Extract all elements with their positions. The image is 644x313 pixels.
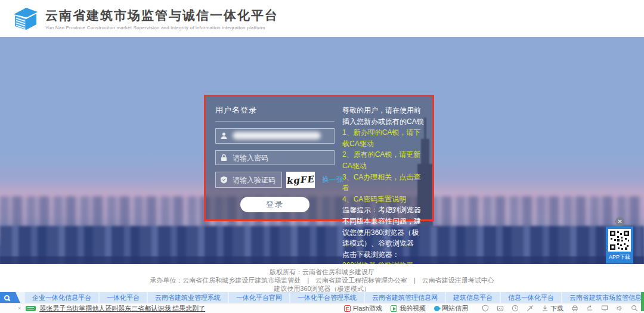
lock-icon bbox=[220, 154, 228, 162]
mute-speaker-icon[interactable] bbox=[616, 305, 623, 312]
page-subtitle: Yun Nan Province Construciton market Sup… bbox=[45, 25, 278, 30]
play-icon bbox=[391, 305, 397, 312]
page-title: 云南省建筑市场监管与诚信一体化平台 bbox=[45, 7, 278, 24]
browser-statusbar: × 嚣张男子当街掌掴他人还叫嚣东三省都认识我 结果悲剧了 F Flash游戏 我… bbox=[0, 303, 644, 313]
statusbar-tools: F Flash游戏 我的视频 网站信用 bbox=[336, 304, 644, 313]
site-header: 云南省建筑市场监管与诚信一体化平台 Yun Nan Province Const… bbox=[0, 0, 644, 37]
navbar-links: 企业一体化信息平台 一体化平台 云南省建筑业管理系统 一体化平台官网 一体化平台… bbox=[25, 292, 644, 303]
captcha-refresh-link[interactable]: 换一张 bbox=[322, 175, 343, 185]
history-clock-icon[interactable] bbox=[512, 305, 519, 312]
statusbar-icons: 下载 bbox=[474, 304, 638, 313]
navbar-link[interactable]: 信息一体化平台 bbox=[501, 292, 561, 303]
captcha-row: kgFE 换一张 bbox=[215, 172, 335, 188]
scrollbar-thumb[interactable] bbox=[641, 292, 644, 311]
screenshot-icon[interactable] bbox=[497, 305, 504, 312]
browser-suggestion-line: 建议使用360浏览器（极速模式） bbox=[0, 284, 644, 293]
qr-label: APP下载 bbox=[609, 253, 630, 261]
user-icon bbox=[220, 132, 228, 140]
navbar-link[interactable]: 一体化平台官网 bbox=[229, 292, 289, 303]
captcha-field[interactable] bbox=[215, 172, 282, 188]
ca-notice-link[interactable]: 4、CA密码重置说明 bbox=[342, 194, 424, 205]
ca-notice-link[interactable]: 1、新办理的CA锁，请下载CA驱动 bbox=[342, 127, 424, 149]
find-magnifier-icon[interactable] bbox=[631, 305, 638, 312]
password-input[interactable] bbox=[233, 154, 330, 162]
download-button[interactable]: 下载 bbox=[541, 304, 564, 313]
captcha-text: kgFE bbox=[286, 173, 315, 186]
login-button[interactable]: 登录 bbox=[240, 197, 309, 212]
page: 云南省建筑市场监管与诚信一体化平台 Yun Nan Province Const… bbox=[0, 0, 644, 313]
captcha-input[interactable] bbox=[233, 176, 277, 184]
app-download-widget[interactable]: APP下载 bbox=[606, 227, 633, 264]
navbar-link[interactable]: 云南省建筑管理信息网 bbox=[365, 292, 445, 303]
organizer-line: 承办单位：云南省住房和城乡建设厅建筑市场监管处 | 云南省建设工程招标管理办公室… bbox=[0, 276, 644, 284]
speed-rocket-icon[interactable] bbox=[527, 305, 534, 312]
city-skyline-base bbox=[0, 256, 644, 264]
ca-notice-link[interactable]: 2、原有的CA锁，请更新CA驱动 bbox=[342, 149, 424, 171]
navbar-link[interactable]: 云南省建筑业管理系统 bbox=[148, 292, 228, 303]
captcha-image[interactable]: kgFE bbox=[286, 172, 315, 188]
password-field[interactable] bbox=[215, 150, 335, 166]
share-icon[interactable] bbox=[586, 305, 593, 312]
ca-notice-link[interactable]: 3、CA办理相关，点击查看 bbox=[342, 172, 424, 194]
hero-banner: 用户名登录 bbox=[0, 37, 644, 264]
login-panel: 用户名登录 bbox=[204, 95, 434, 221]
news-badge-icon bbox=[26, 306, 36, 311]
navbar-link[interactable]: 企业一体化信息平台 bbox=[25, 292, 98, 303]
browser-download-label: 点击下载浏览器： bbox=[342, 249, 424, 261]
printer-icon[interactable] bbox=[571, 305, 578, 312]
flash-games-button[interactable]: F Flash游戏 bbox=[344, 304, 382, 313]
flash-icon: F bbox=[344, 305, 351, 312]
navbar-link[interactable]: 一体化平台 bbox=[100, 292, 147, 303]
qr-code-image bbox=[608, 229, 631, 252]
site-credit-button[interactable]: 网站信用 bbox=[434, 304, 468, 313]
navbar-link[interactable]: 一体化平台管理系统 bbox=[290, 292, 364, 303]
qr-close-button[interactable]: ✕ bbox=[615, 217, 624, 226]
my-videos-button[interactable]: 我的视频 bbox=[391, 304, 426, 313]
navbar-link[interactable]: 建筑信息平台 bbox=[446, 292, 500, 303]
browser-tip: 温馨提示：考虑到浏览器不同版本兼容性问题，建议您使用360浏览器（极速模式）、谷… bbox=[342, 204, 424, 249]
news-ticker-link[interactable]: 嚣张男子当街掌掴他人还叫嚣东三省都认识我 结果悲剧了 bbox=[39, 304, 205, 313]
login-title: 用户名登录 bbox=[215, 105, 335, 122]
ca-notice-intro: 尊敬的用户，请在使用前插入您新办或原有的CA锁 bbox=[342, 105, 424, 127]
search-tab[interactable] bbox=[0, 292, 20, 303]
navbar-link[interactable]: 云南省建筑市场监管信息网 bbox=[562, 292, 644, 303]
fullscreen-monitor-icon[interactable] bbox=[601, 305, 608, 312]
ca-notice-list: 1、新办理的CA锁，请下载CA驱动 2、原有的CA锁，请更新CA驱动 3、CA办… bbox=[342, 127, 424, 204]
login-form: 用户名登录 bbox=[215, 105, 335, 212]
ca-notice: 尊敬的用户，请在使用前插入您新办或原有的CA锁 1、新办理的CA锁，请下载CA驱… bbox=[342, 105, 424, 212]
site-footer: 版权所有：云南省住房和城乡建设厅 承办单位：云南省住房和城乡建设厅建筑市场监管处… bbox=[0, 264, 644, 292]
ticker-collapse-icon[interactable]: × bbox=[18, 305, 21, 311]
shield-icon bbox=[220, 176, 228, 184]
site-logo-icon bbox=[12, 5, 39, 32]
title-block: 云南省建筑市场监管与诚信一体化平台 Yun Nan Province Const… bbox=[45, 7, 278, 30]
username-field[interactable] bbox=[215, 128, 335, 144]
copyright-line: 版权所有：云南省住房和城乡建设厅 bbox=[0, 268, 644, 276]
drop-icon bbox=[433, 305, 441, 312]
browser-download-links[interactable]: 360浏览器 谷歌浏览器 bbox=[342, 260, 424, 264]
search-icon bbox=[4, 295, 10, 300]
security-shield-icon[interactable] bbox=[482, 305, 489, 312]
username-redacted-value bbox=[233, 132, 321, 140]
bottom-navbar: 企业一体化信息平台 一体化平台 云南省建筑业管理系统 一体化平台官网 一体化平台… bbox=[0, 292, 644, 303]
